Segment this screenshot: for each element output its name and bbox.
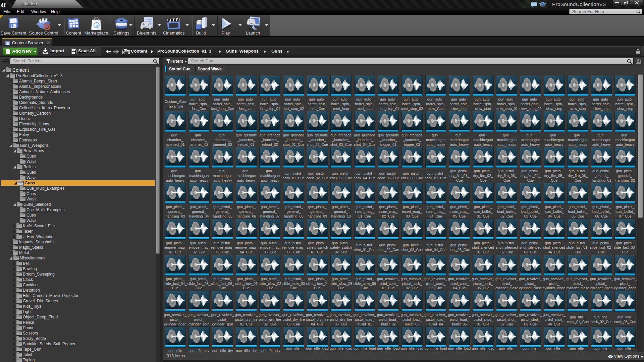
svg-text:u: u	[95, 23, 98, 28]
